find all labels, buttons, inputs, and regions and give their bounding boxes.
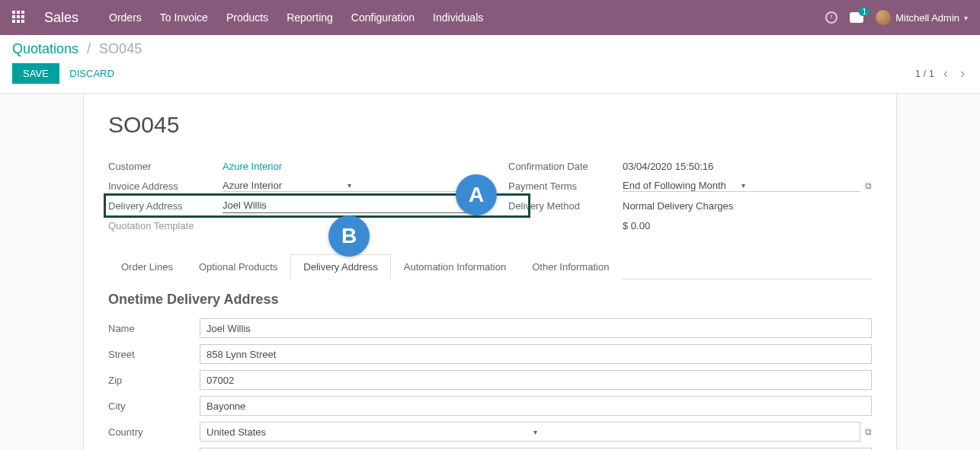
- user-menu[interactable]: Mitchell Admin ▾: [876, 10, 968, 25]
- delivery-address-input[interactable]: [223, 198, 472, 213]
- nav-orders[interactable]: Orders: [109, 11, 142, 24]
- breadcrumb-current: SO045: [99, 41, 142, 56]
- header-group: Customer Azure Interior Invoice Address …: [108, 156, 872, 235]
- action-row: Save Discard 1 / 1 ‹ ›: [12, 63, 968, 84]
- name-label: Name: [108, 323, 200, 334]
- chevron-down-icon: ▾: [345, 181, 472, 190]
- confirmation-date-label: Confirmation Date: [508, 161, 623, 172]
- save-button[interactable]: Save: [12, 63, 59, 84]
- tab-delivery-address[interactable]: Delivery Address: [290, 254, 391, 279]
- quotation-template-label: Quotation Template: [108, 220, 223, 231]
- delivery-method-value: Normal Delivery Charges: [623, 200, 872, 212]
- chat-icon[interactable]: 1: [850, 12, 863, 23]
- external-link-icon[interactable]: ⧉: [865, 426, 872, 437]
- tab-order-lines[interactable]: Order Lines: [108, 254, 186, 279]
- nav-configuration[interactable]: Configuration: [351, 11, 415, 24]
- tab-other-information[interactable]: Other Information: [519, 254, 622, 279]
- pager-prev[interactable]: ‹: [940, 65, 951, 81]
- breadcrumb-root[interactable]: Quotations: [12, 41, 78, 56]
- customer-value[interactable]: Azure Interior: [223, 161, 472, 172]
- clock-icon[interactable]: [825, 11, 837, 24]
- country-label: Country: [108, 426, 200, 438]
- street-label: Street: [108, 349, 200, 360]
- zip-label: Zip: [108, 375, 200, 386]
- city-input[interactable]: [200, 396, 872, 416]
- top-nav: Sales Orders To Invoice Products Reporti…: [0, 0, 980, 35]
- record-title: SO045: [108, 112, 872, 138]
- nav-reporting[interactable]: Reporting: [287, 11, 333, 24]
- invoice-address-label: Invoice Address: [108, 180, 223, 192]
- delivery-address-label: Delivery Address: [108, 200, 223, 212]
- nav-individuals[interactable]: Individuals: [433, 11, 483, 24]
- delivery-amount: $ 0.00: [623, 220, 872, 231]
- delivery-address-row: Delivery Address: [108, 196, 472, 215]
- nav-products[interactable]: Products: [226, 11, 268, 24]
- external-link-icon[interactable]: ⧉: [865, 180, 872, 191]
- street-input[interactable]: [200, 344, 872, 364]
- confirmation-date-value: 03/04/2020 15:50:16: [623, 161, 872, 172]
- delivery-address-section: Onetime Delivery Address Name Street Zip…: [108, 292, 872, 450]
- chevron-down-icon: ▾: [964, 14, 968, 22]
- nav-menu: Orders To Invoice Products Reporting Con…: [109, 11, 825, 24]
- name-input[interactable]: [200, 318, 872, 338]
- form-sheet: SO045 Customer Azure Interior Invoice Ad…: [83, 94, 897, 450]
- zip-input[interactable]: [200, 370, 872, 390]
- avatar: [876, 10, 891, 25]
- payment-terms-label: Payment Terms: [508, 180, 623, 192]
- payment-terms-field[interactable]: End of Following Month ▾: [623, 180, 860, 192]
- breadcrumb-sep: /: [87, 41, 91, 56]
- pager-next[interactable]: ›: [957, 65, 968, 81]
- invoice-address-value: Azure Interior: [223, 180, 345, 191]
- control-bar: Quotations / SO045 Save Discard 1 / 1 ‹ …: [0, 35, 980, 94]
- invoice-address-field[interactable]: Azure Interior ▾: [223, 180, 472, 192]
- tab-automation-information[interactable]: Automation Information: [391, 254, 519, 279]
- payment-terms-value: End of Following Month: [623, 180, 739, 191]
- city-label: City: [108, 401, 200, 412]
- chat-badge: 1: [859, 8, 870, 16]
- country-value: United States: [207, 426, 529, 438]
- nav-to-invoice[interactable]: To Invoice: [160, 11, 208, 24]
- pager-text: 1 / 1: [915, 68, 934, 79]
- country-select[interactable]: United States ▾: [200, 422, 860, 442]
- user-name: Mitchell Admin: [895, 12, 959, 24]
- chevron-down-icon: ▾: [739, 181, 860, 190]
- app-brand[interactable]: Sales: [44, 10, 78, 26]
- nav-right: 1 Mitchell Admin ▾: [825, 10, 968, 25]
- section-title: Onetime Delivery Address: [108, 292, 872, 308]
- pager: 1 / 1 ‹ ›: [915, 65, 968, 81]
- customer-label: Customer: [108, 161, 223, 172]
- tabs: Order Lines Optional Products Delivery A…: [108, 254, 872, 279]
- chevron-down-icon: ▾: [529, 428, 860, 436]
- delivery-method-label: Delivery Method: [508, 200, 623, 212]
- breadcrumb: Quotations / SO045: [12, 41, 968, 57]
- apps-icon[interactable]: [12, 11, 26, 24]
- tab-optional-products[interactable]: Optional Products: [186, 254, 290, 279]
- discard-button[interactable]: Discard: [69, 68, 114, 79]
